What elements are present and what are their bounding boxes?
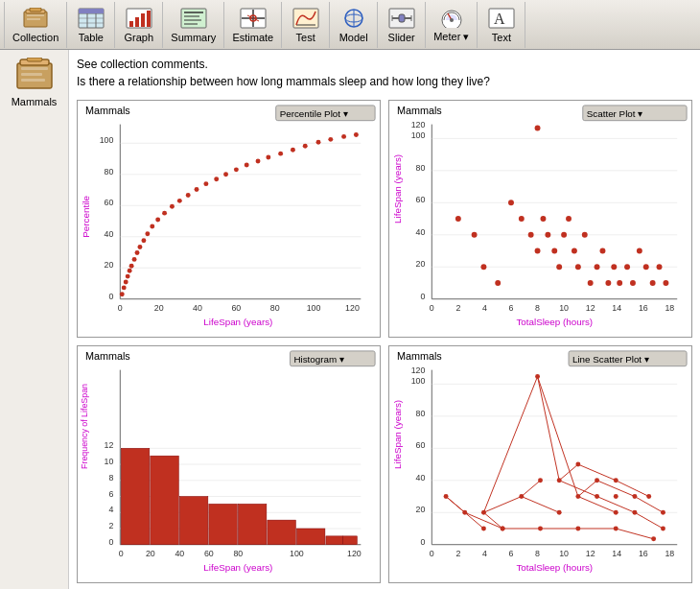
svg-rect-49 bbox=[21, 79, 45, 82]
svg-point-283 bbox=[481, 527, 486, 531]
svg-text:Histogram ▾: Histogram ▾ bbox=[293, 354, 344, 365]
svg-point-79 bbox=[126, 274, 130, 279]
table-label: Table bbox=[79, 32, 104, 43]
svg-text:0: 0 bbox=[119, 549, 124, 558]
svg-text:60: 60 bbox=[231, 303, 241, 313]
svg-text:120: 120 bbox=[345, 303, 360, 313]
line-scatter-plot: Mammals Line Scatter Plot ▾ LifeSpan (ye… bbox=[388, 345, 692, 583]
text-icon: A bbox=[488, 7, 515, 30]
svg-point-276 bbox=[632, 494, 637, 499]
svg-point-86 bbox=[145, 231, 150, 236]
svg-text:4: 4 bbox=[482, 303, 487, 313]
svg-rect-18 bbox=[147, 11, 151, 27]
svg-point-163 bbox=[637, 248, 642, 254]
svg-point-277 bbox=[646, 494, 651, 499]
svg-text:80: 80 bbox=[270, 303, 280, 313]
svg-text:120: 120 bbox=[411, 120, 426, 130]
toolbar-slider[interactable]: Slider bbox=[378, 2, 426, 48]
svg-point-141 bbox=[495, 280, 501, 286]
svg-point-140 bbox=[480, 264, 486, 270]
svg-text:A: A bbox=[494, 11, 505, 27]
summary-label: Summary bbox=[171, 32, 216, 43]
svg-point-150 bbox=[561, 232, 567, 238]
svg-text:40: 40 bbox=[105, 229, 114, 239]
svg-rect-47 bbox=[21, 67, 48, 70]
svg-text:60: 60 bbox=[105, 198, 114, 207]
svg-point-260 bbox=[481, 510, 486, 515]
svg-text:8: 8 bbox=[535, 549, 540, 558]
plots-grid: Mammals Percentile Plot ▾ Percentile 0 2… bbox=[77, 100, 692, 583]
svg-point-264 bbox=[557, 478, 562, 483]
svg-point-144 bbox=[528, 232, 534, 238]
toolbar-model[interactable]: Model bbox=[330, 2, 378, 48]
svg-point-90 bbox=[170, 204, 175, 209]
svg-text:0: 0 bbox=[420, 537, 425, 547]
svg-text:40: 40 bbox=[193, 303, 202, 313]
line-scatter-svg: Mammals Line Scatter Plot ▾ LifeSpan (ye… bbox=[389, 346, 691, 582]
svg-text:LifeSpan (years): LifeSpan (years) bbox=[203, 562, 272, 573]
svg-rect-48 bbox=[21, 73, 42, 76]
svg-point-96 bbox=[223, 172, 228, 177]
svg-rect-193 bbox=[238, 504, 267, 544]
svg-point-279 bbox=[661, 527, 665, 531]
model-label: Model bbox=[339, 32, 368, 43]
svg-point-282 bbox=[462, 510, 467, 515]
svg-text:6: 6 bbox=[108, 489, 113, 499]
text-label: Text bbox=[492, 32, 511, 43]
toolbar-test[interactable]: Test bbox=[282, 2, 330, 48]
svg-text:40: 40 bbox=[416, 227, 426, 237]
svg-point-267 bbox=[575, 462, 580, 467]
svg-rect-50 bbox=[78, 101, 380, 337]
svg-text:100: 100 bbox=[411, 130, 426, 140]
svg-point-269 bbox=[595, 494, 599, 499]
svg-rect-195 bbox=[296, 529, 325, 545]
svg-point-166 bbox=[657, 264, 663, 270]
svg-point-164 bbox=[643, 264, 649, 270]
collection-name: Mammals bbox=[12, 96, 58, 107]
svg-point-275 bbox=[632, 510, 637, 515]
svg-point-139 bbox=[472, 232, 478, 238]
svg-rect-2 bbox=[30, 8, 41, 12]
slider-icon bbox=[388, 7, 415, 30]
svg-text:0: 0 bbox=[430, 303, 434, 313]
svg-point-147 bbox=[545, 232, 550, 238]
svg-point-266 bbox=[575, 494, 580, 499]
svg-rect-191 bbox=[179, 497, 208, 545]
svg-point-93 bbox=[195, 187, 199, 192]
estimate-icon bbox=[240, 7, 267, 30]
svg-text:0: 0 bbox=[118, 303, 123, 313]
toolbar-table[interactable]: Table bbox=[67, 2, 115, 48]
svg-point-142 bbox=[508, 200, 514, 205]
svg-text:0: 0 bbox=[420, 292, 425, 301]
svg-text:0: 0 bbox=[430, 549, 434, 558]
svg-point-262 bbox=[519, 494, 524, 499]
svg-point-157 bbox=[600, 248, 606, 254]
description-line2: Is there a relationship between how long… bbox=[77, 75, 692, 88]
svg-text:20: 20 bbox=[416, 259, 426, 269]
graph-label: Graph bbox=[125, 32, 154, 43]
toolbar-text[interactable]: A Text bbox=[478, 2, 525, 48]
svg-text:20: 20 bbox=[105, 260, 114, 270]
toolbar-graph[interactable]: Graph bbox=[115, 2, 163, 48]
svg-point-159 bbox=[611, 264, 617, 270]
svg-text:0: 0 bbox=[108, 292, 113, 301]
toolbar-meter[interactable]: Meter ▾ bbox=[426, 2, 478, 48]
svg-point-99 bbox=[256, 159, 261, 164]
svg-point-259 bbox=[535, 374, 540, 379]
svg-point-145 bbox=[535, 248, 541, 254]
svg-point-274 bbox=[614, 527, 618, 531]
svg-point-158 bbox=[605, 280, 611, 286]
svg-point-81 bbox=[129, 264, 134, 269]
svg-text:4: 4 bbox=[108, 505, 113, 514]
svg-text:60: 60 bbox=[416, 195, 426, 204]
svg-point-278 bbox=[651, 536, 656, 541]
toolbar-summary[interactable]: Summary bbox=[163, 2, 224, 48]
svg-point-76 bbox=[120, 292, 125, 296]
svg-point-272 bbox=[614, 494, 618, 499]
svg-rect-11 bbox=[79, 9, 87, 13]
toolbar-collection[interactable]: Collection bbox=[4, 2, 67, 48]
svg-text:60: 60 bbox=[204, 549, 214, 558]
toolbar-estimate[interactable]: Estimate bbox=[224, 2, 282, 48]
svg-text:120: 120 bbox=[347, 549, 362, 558]
svg-point-284 bbox=[501, 527, 505, 531]
